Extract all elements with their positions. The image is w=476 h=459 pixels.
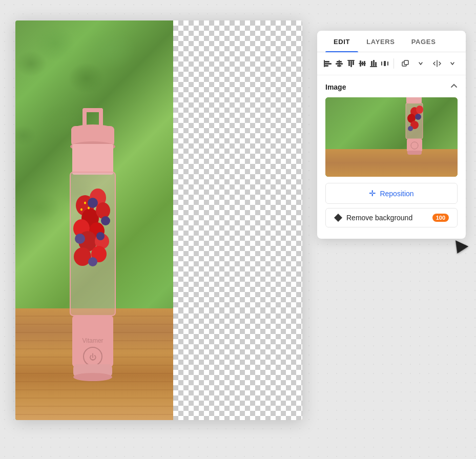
svg-point-18	[88, 198, 98, 208]
toolbar-separator	[394, 58, 394, 69]
svg-point-22	[88, 257, 97, 266]
thumb-inner	[325, 97, 458, 177]
svg-point-19	[101, 216, 110, 225]
svg-rect-52	[381, 61, 382, 66]
section-header: Image	[325, 82, 458, 91]
svg-rect-69	[407, 139, 422, 152]
svg-text:⏻: ⏻	[89, 353, 96, 361]
image-section: Image	[317, 75, 466, 239]
svg-point-31	[73, 373, 112, 381]
svg-rect-50	[375, 62, 377, 66]
align-bottom-button[interactable]	[369, 56, 378, 71]
svg-rect-48	[371, 61, 372, 66]
svg-point-68	[408, 126, 413, 131]
svg-rect-42	[353, 61, 354, 65]
svg-rect-35	[324, 60, 325, 67]
svg-rect-71	[407, 151, 422, 155]
remove-bg-left: Remove background	[334, 214, 412, 222]
reposition-button[interactable]: ✛ Reposition	[325, 183, 458, 204]
align-top-button[interactable]	[346, 56, 355, 71]
svg-point-23	[84, 202, 86, 204]
tab-edit[interactable]: EDIT	[325, 31, 358, 52]
svg-rect-41	[350, 61, 352, 67]
thumb-wood	[325, 149, 458, 177]
image-thumbnail	[325, 97, 458, 177]
svg-point-25	[80, 208, 82, 211]
svg-rect-34	[324, 65, 328, 67]
svg-point-64	[416, 106, 423, 114]
remove-bg-icon	[334, 214, 342, 222]
canvas-area: Vitamer ⏻	[15, 20, 302, 420]
svg-point-24	[88, 207, 90, 210]
svg-rect-39	[339, 60, 340, 67]
tab-bar: EDIT LAYERS PAGES	[317, 31, 466, 52]
align-center-button[interactable]	[335, 56, 344, 71]
svg-rect-51	[370, 66, 377, 67]
reposition-icon: ✛	[369, 189, 376, 198]
reposition-label: Reposition	[380, 190, 413, 198]
svg-rect-33	[324, 63, 332, 65]
svg-rect-47	[359, 63, 366, 64]
flip-more-button[interactable]	[445, 56, 460, 71]
svg-rect-56	[404, 60, 408, 65]
alignment-toolbar	[317, 52, 466, 75]
svg-rect-6	[72, 144, 113, 175]
svg-point-66	[415, 114, 421, 120]
svg-rect-53	[387, 61, 388, 66]
tab-layers[interactable]: LAYERS	[358, 31, 403, 52]
svg-rect-40	[348, 61, 350, 66]
svg-rect-61	[406, 97, 422, 103]
more-tools-group	[398, 56, 428, 71]
flip-tools-group	[430, 56, 460, 71]
remove-background-button[interactable]: Remove background 100	[325, 208, 458, 227]
cursor-arrow	[451, 240, 469, 257]
svg-rect-43	[347, 60, 355, 61]
section-collapse-button[interactable]	[450, 82, 458, 91]
distribute-h-button[interactable]	[380, 56, 389, 71]
svg-rect-32	[324, 61, 329, 62]
section-title: Image	[325, 83, 346, 91]
remove-bg-label: Remove background	[346, 214, 412, 222]
flip-button[interactable]	[430, 56, 444, 71]
align-middle-button[interactable]	[358, 56, 367, 71]
svg-rect-49	[373, 60, 375, 66]
align-left-button[interactable]	[323, 56, 333, 71]
svg-point-21	[96, 232, 105, 240]
arrange-button[interactable]	[398, 56, 412, 71]
svg-point-20	[75, 234, 85, 244]
transparent-checker-bottom	[173, 308, 302, 420]
svg-text:Vitamer: Vitamer	[82, 337, 104, 344]
remove-bg-badge: 100	[432, 214, 449, 222]
panel: EDIT LAYERS PAGES	[317, 31, 466, 239]
svg-point-11	[96, 202, 110, 219]
svg-rect-54	[384, 61, 386, 66]
tab-pages[interactable]: PAGES	[403, 31, 444, 52]
blender-product-image: Vitamer ⏻	[42, 103, 144, 400]
more-options-button[interactable]	[413, 56, 428, 71]
